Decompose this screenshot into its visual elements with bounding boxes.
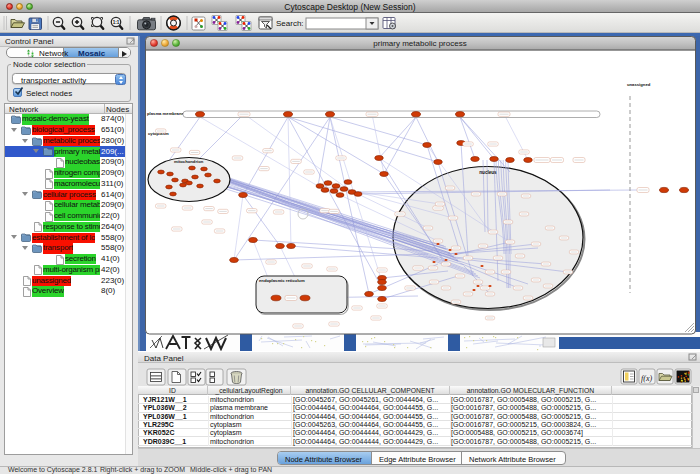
svg-text:nucleus: nucleus [479,170,497,175]
svg-text:1:1: 1:1 [113,20,120,25]
svg-text:mitochondrion: mitochondrion [174,159,204,164]
svg-text:plasma membrane: plasma membrane [147,111,184,116]
svg-text:unassigned: unassigned [627,82,651,87]
svg-text:primary metabolic process: primary metabolic process [373,39,466,48]
svg-text:Search:: Search: [276,19,304,28]
svg-text:endoplasmic reticulum: endoplasmic reticulum [259,278,305,283]
svg-text:f(x): f(x) [641,374,652,383]
